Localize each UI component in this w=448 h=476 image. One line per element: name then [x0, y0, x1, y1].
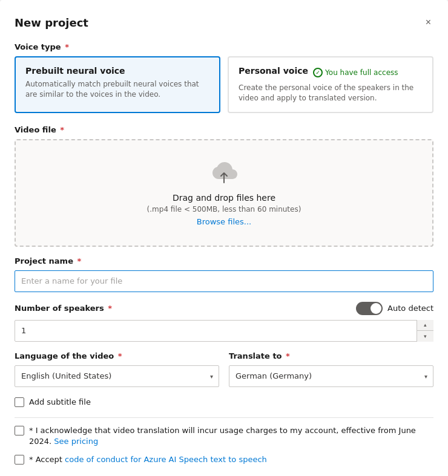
voice-card-personal[interactable]: Personal voice ✓ You have full access Cr…: [228, 56, 433, 113]
upload-area[interactable]: Drag and drop files here (.mp4 file < 50…: [15, 139, 433, 247]
translate-to-select[interactable]: German (Germany) English (United States)…: [229, 365, 433, 387]
required-star-speakers: *: [105, 304, 112, 313]
chevron-down-icon: ▾: [424, 333, 427, 339]
dialog-header: New project ×: [15, 15, 433, 30]
conduct-checkbox-row: * Accept code of conduct for Azure AI Sp…: [15, 454, 433, 465]
subtitle-checkbox-row: Add subtitle file: [15, 397, 433, 408]
auto-detect-toggle[interactable]: [356, 302, 383, 315]
prebuilt-card-desc: Automatically match prebuilt neural voic…: [25, 79, 209, 100]
video-file-label: Video file *: [15, 125, 433, 134]
translate-to-group: Translate to * German (Germany) English …: [229, 351, 433, 387]
voice-type-row: Prebuilt neural voice Automatically matc…: [15, 56, 433, 113]
check-circle-icon: ✓: [313, 68, 323, 77]
project-name-section: Project name *: [15, 256, 433, 292]
new-project-dialog: New project × Voice type * Prebuilt neur…: [0, 0, 448, 476]
chevron-up-icon: ▴: [424, 322, 427, 328]
language-video-select[interactable]: English (United States) Spanish (Spain) …: [15, 365, 219, 387]
language-video-label: Language of the video *: [15, 351, 219, 360]
prebuilt-card-title: Prebuilt neural voice: [25, 66, 209, 76]
close-button[interactable]: ×: [423, 15, 433, 30]
auto-detect-label: Auto detect: [387, 304, 433, 313]
toggle-knob: [371, 303, 381, 314]
access-text: You have full access: [325, 68, 398, 77]
language-row: Language of the video * English (United …: [15, 351, 433, 387]
speakers-input-wrap: ▴ ▾: [15, 320, 433, 342]
speakers-row: Number of speakers * Auto detect: [15, 302, 433, 315]
conduct-checkbox[interactable]: [15, 455, 24, 465]
language-video-select-wrap: English (United States) Spanish (Spain) …: [15, 365, 219, 387]
project-name-label: Project name *: [15, 256, 433, 266]
code-of-conduct-link[interactable]: code of conduct for Azure AI Speech text…: [65, 455, 267, 464]
browse-files-link[interactable]: Browse files...: [197, 217, 251, 226]
access-badge: ✓ You have full access: [313, 68, 398, 77]
required-star-lang: *: [115, 351, 122, 360]
personal-card-header: Personal voice ✓ You have full access: [239, 66, 423, 79]
required-star-video: *: [58, 125, 64, 134]
spin-up-button[interactable]: ▴: [417, 320, 433, 331]
voice-type-label: Voice type *: [15, 42, 433, 51]
project-name-input[interactable]: [15, 270, 433, 292]
required-star-translate: *: [283, 351, 290, 360]
speakers-input[interactable]: [15, 320, 433, 342]
voice-card-prebuilt[interactable]: Prebuilt neural voice Automatically matc…: [15, 56, 220, 113]
subtitle-checkbox-label: Add subtitle file: [29, 397, 91, 408]
spin-down-button[interactable]: ▾: [417, 331, 433, 342]
video-file-section: Video file * Drag and drop files here (.…: [15, 125, 433, 247]
required-star-project: *: [74, 256, 81, 266]
subtitle-checkbox[interactable]: [15, 397, 24, 407]
close-icon: ×: [426, 17, 431, 28]
constraint-text: (.mp4 file < 500MB, less than 60 minutes…: [147, 205, 301, 214]
see-pricing-link[interactable]: See pricing: [54, 437, 98, 446]
personal-card-desc: Create the personal voice of the speaker…: [239, 83, 423, 103]
upload-cloud-icon: [209, 160, 239, 186]
translate-to-select-wrap: German (Germany) English (United States)…: [229, 365, 433, 387]
spin-buttons: ▴ ▾: [417, 320, 433, 342]
auto-detect-group: Auto detect: [356, 302, 433, 315]
acknowledge-checkbox-label: * I acknowledge that video translation w…: [29, 425, 433, 447]
drag-drop-text: Drag and drop files here: [173, 193, 275, 203]
required-star: *: [62, 42, 69, 51]
dialog-title: New project: [15, 16, 88, 29]
language-video-group: Language of the video * English (United …: [15, 351, 219, 387]
acknowledge-checkbox[interactable]: [15, 426, 24, 435]
dialog-footer: Create Cancel: [15, 472, 433, 476]
conduct-checkbox-label: * Accept code of conduct for Azure AI Sp…: [29, 454, 267, 465]
translate-to-label: Translate to *: [229, 351, 433, 360]
divider: [15, 417, 433, 418]
acknowledge-checkbox-row: * I acknowledge that video translation w…: [15, 425, 433, 447]
personal-card-title: Personal voice: [239, 66, 308, 76]
speakers-label: Number of speakers *: [15, 304, 112, 313]
